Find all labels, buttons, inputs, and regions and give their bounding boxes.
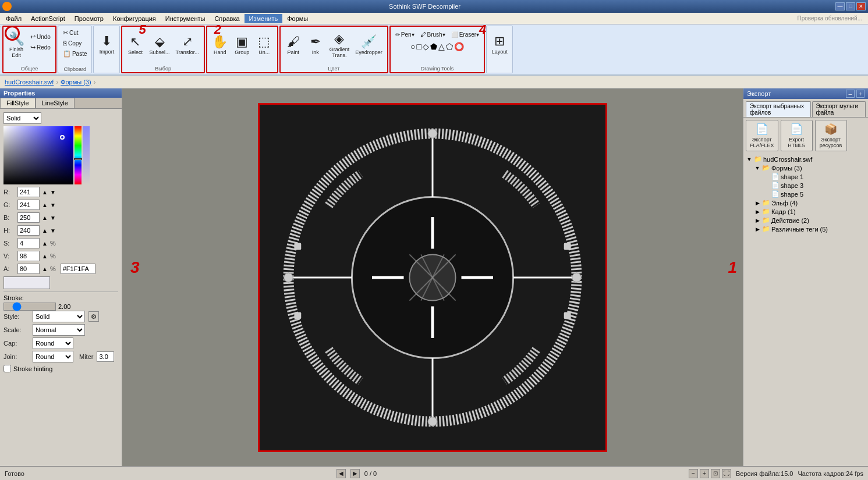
zoom-full-btn[interactable]: ⛶ [722, 469, 731, 478]
tab-fillstyle[interactable]: FillStyle [0, 98, 36, 108]
tree-shape1[interactable]: 📄 shape 1 [745, 172, 867, 181]
g-input[interactable] [17, 200, 40, 210]
redo-button[interactable]: ↪ Redo [28, 42, 53, 52]
miter-input[interactable] [97, 351, 114, 362]
tree-action-toggle[interactable]: ▶ [754, 217, 761, 224]
style-select[interactable]: Solid [33, 311, 85, 322]
tree-shape3[interactable]: 📄 shape 3 [745, 181, 867, 190]
copy-button[interactable]: ⎘ Copy [61, 38, 90, 48]
breadcrumb-folder[interactable]: Формы (3) [61, 79, 91, 86]
menu-config[interactable]: Конфигурация [108, 14, 161, 23]
shape-pent-icon[interactable]: ⬠ [446, 42, 453, 51]
b-up-icon[interactable]: ▲ [42, 215, 48, 221]
menu-help[interactable]: Справка [210, 14, 244, 23]
ungroup-button[interactable]: ⬚ Un... [254, 28, 275, 63]
export-html5-button[interactable]: 📄 ExportHTML5 [781, 120, 813, 151]
tree-shape5[interactable]: 📄 shape 5 [745, 190, 867, 198]
export-fla-button[interactable]: 📄 ЭкспортFLA/FLEX [746, 120, 778, 151]
b-down-icon[interactable]: ▼ [50, 215, 56, 221]
tree-forms-toggle[interactable]: ▼ [754, 165, 761, 172]
shape-diamond-icon[interactable]: ◇ [423, 42, 429, 51]
eyedropper-button[interactable]: 💉 Eyedropper [353, 28, 385, 63]
zoom-out-btn[interactable]: − [689, 469, 698, 478]
finish-edit-button[interactable]: 🔧 FinishEdit [6, 28, 27, 63]
export-tab-selected[interactable]: Экспорт выбранных файлов [746, 101, 811, 117]
import-button[interactable]: ⬇ Import [96, 27, 117, 62]
g-up-icon[interactable]: ▲ [42, 202, 48, 208]
alpha-input[interactable] [17, 264, 40, 274]
r-down-icon[interactable]: ▼ [50, 189, 56, 195]
menu-tools[interactable]: Инструменты [161, 14, 210, 23]
menu-file[interactable]: Файл [1, 14, 26, 23]
brush-button[interactable]: 🖍Brush▾ [418, 28, 448, 41]
breadcrumb-file[interactable]: hudCrosshair.swf [5, 79, 54, 86]
gradient-transform-button[interactable]: ◈ GradientTrans. [327, 28, 352, 63]
pen-button[interactable]: ✏Pen▾ [393, 28, 417, 41]
paste-button[interactable]: 📋 Paste [61, 48, 90, 59]
s-input[interactable] [17, 238, 40, 248]
tab-linestyle[interactable]: LineStyle [36, 98, 75, 108]
eraser-button[interactable]: ⬜Eraser▾ [449, 28, 481, 41]
r-input[interactable] [17, 187, 40, 197]
color-alpha-strip[interactable] [83, 126, 90, 184]
export-resources-button[interactable]: 📦 Экспортресурсов [815, 120, 847, 151]
ink-button[interactable]: ✒ Ink [305, 28, 326, 63]
stroke-hint-checkbox[interactable] [3, 365, 11, 372]
subselect-button[interactable]: ⬙ Subsel... [147, 28, 172, 63]
tree-frame-toggle[interactable]: ▶ [754, 208, 761, 215]
tree-misc[interactable]: ▶ 📁 Различные теги (5) [745, 225, 867, 233]
tree-action[interactable]: ▶ 📁 Действие (2) [745, 216, 867, 225]
style-options-btn[interactable]: ⚙ [88, 311, 99, 322]
shape-star-icon[interactable]: ⭕ [454, 42, 464, 51]
h-up-icon[interactable]: ▲ [42, 227, 48, 234]
menu-view[interactable]: Просмотр [70, 14, 108, 23]
fill-type-select[interactable]: Solid [3, 112, 41, 124]
tree-elf[interactable]: ▶ 📁 Эльф (4) [745, 198, 867, 207]
menu-tab-izm[interactable]: Изменить [245, 14, 283, 23]
g-down-icon[interactable]: ▼ [50, 202, 56, 208]
layout-button[interactable]: ⊞ Layout [489, 27, 510, 62]
paint-button[interactable]: 🖌 Paint [283, 28, 304, 63]
undo-button[interactable]: ↩ Undo [28, 31, 53, 42]
shape-square-icon[interactable]: □ [416, 42, 421, 51]
tree-root-toggle[interactable]: ▼ [746, 156, 753, 163]
select-button[interactable]: ↖ Select [125, 28, 146, 63]
tree-forms[interactable]: ▼ 📂 Формы (3) [745, 163, 867, 172]
cut-button[interactable]: ✂ Cut [61, 27, 90, 38]
r-up-icon[interactable]: ▲ [42, 189, 48, 195]
scale-select[interactable]: Normal [33, 324, 85, 336]
menu-forms[interactable]: Формы [282, 14, 313, 23]
zoom-in-btn[interactable]: + [700, 469, 709, 478]
transform-button[interactable]: ⤢ Transfor... [173, 28, 201, 63]
export-expand-btn[interactable]: + [856, 90, 865, 98]
group-button[interactable]: ▣ Group [232, 28, 253, 63]
join-select[interactable]: Round [33, 351, 73, 362]
v-up-icon[interactable]: ▲ [42, 253, 48, 259]
menu-actionscript[interactable]: ActionScript [26, 14, 70, 23]
b-input[interactable] [17, 212, 40, 223]
nav-next-btn[interactable]: ▶ [350, 469, 360, 478]
h-input[interactable] [17, 225, 40, 236]
export-tab-multi[interactable]: Экспорт мульти файла [812, 101, 866, 117]
shape-hex-icon[interactable]: ⬟ [430, 42, 437, 51]
close-btn[interactable]: ✕ [856, 2, 866, 10]
cap-select[interactable]: Round [33, 337, 73, 349]
tree-root[interactable]: ▼ 📁 hudCrosshair.swf [745, 155, 867, 163]
nav-prev-btn[interactable]: ◀ [336, 469, 346, 478]
hex-input[interactable] [61, 264, 95, 274]
tree-elf-toggle[interactable]: ▶ [754, 200, 761, 207]
h-down-icon[interactable]: ▼ [50, 227, 56, 234]
minimize-btn[interactable]: — [835, 2, 845, 10]
shape-circle-icon[interactable]: ○ [410, 42, 415, 51]
zoom-fit-btn[interactable]: ⊡ [711, 469, 720, 478]
color-gradient[interactable] [3, 126, 73, 184]
color-hue-strip[interactable] [75, 126, 82, 184]
tree-frame[interactable]: ▶ 📁 Кадр (1) [745, 207, 867, 216]
hand-button[interactable]: ✋ Hand [210, 28, 231, 63]
tree-misc-toggle[interactable]: ▶ [754, 226, 761, 233]
alpha-up-icon[interactable]: ▲ [42, 266, 48, 272]
v-input[interactable] [17, 251, 40, 261]
maximize-btn[interactable]: □ [846, 2, 855, 10]
export-collapse-btn[interactable]: – [846, 90, 854, 98]
shape-triangle-icon[interactable]: △ [438, 42, 445, 51]
